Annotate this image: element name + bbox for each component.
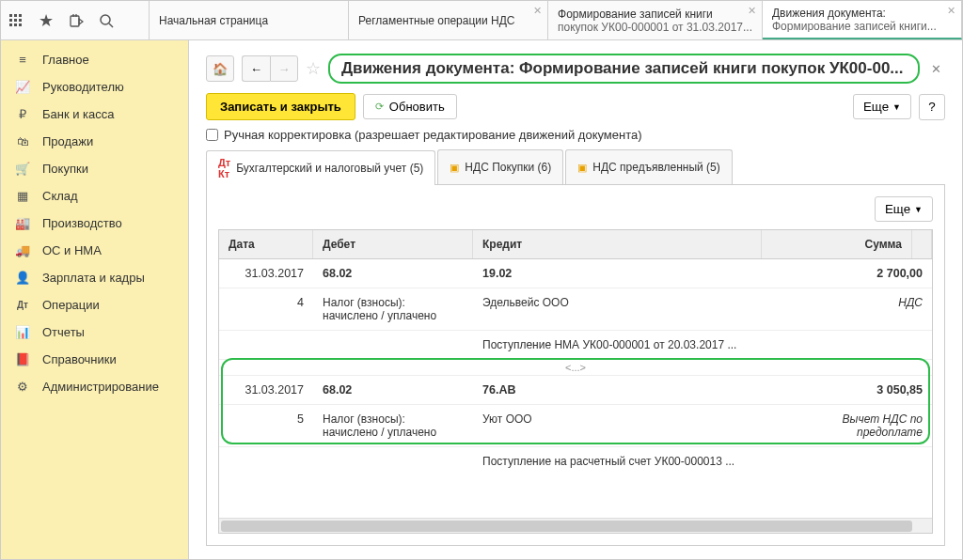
cell-debit: 68.02 bbox=[313, 376, 473, 404]
ruble-icon: ₽ bbox=[14, 107, 31, 121]
menu-icon: ≡ bbox=[14, 53, 31, 67]
sidebar-item-catalogs[interactable]: 📕Справочники bbox=[1, 346, 188, 373]
save-close-button[interactable]: Записать и закрыть bbox=[206, 93, 355, 120]
doc-tab-label: НДС Покупки (6) bbox=[465, 161, 551, 174]
svg-rect-0 bbox=[9, 14, 12, 17]
factory-icon: 🏭 bbox=[14, 216, 31, 230]
top-tab-3[interactable]: Движения документа: Формирование записей… bbox=[763, 1, 962, 39]
table-row[interactable]: Поступление НМА УК00-000001 от 20.03.201… bbox=[219, 331, 932, 360]
table-row[interactable]: 5 Налог (взносы): начислено / уплачено У… bbox=[219, 405, 932, 447]
tab-label-l2: Формирование записей книги... bbox=[772, 20, 952, 33]
tab-label-l2: покупок УК00-000001 от 31.03.2017... bbox=[558, 21, 752, 34]
more-label: Еще bbox=[863, 100, 889, 114]
sidebar-item-reports[interactable]: 📊Отчеты bbox=[1, 319, 188, 346]
table-row[interactable]: Поступление на расчетный счет УК00-00001… bbox=[219, 447, 932, 475]
cell-debit: 68.02 bbox=[313, 259, 473, 288]
history-icon[interactable] bbox=[69, 13, 84, 28]
table-row[interactable]: 4 Налог (взносы): начислено / уплачено Э… bbox=[219, 288, 932, 331]
top-tab-1[interactable]: Регламентные операции НДС ✕ bbox=[349, 1, 548, 39]
sidebar-item-label: Продажи bbox=[42, 134, 93, 148]
doc-tab-label: Бухгалтерский и налоговый учет (5) bbox=[236, 162, 423, 175]
sidebar-item-purchases[interactable]: 🛒Покупки bbox=[1, 155, 188, 182]
sidebar-item-warehouse[interactable]: ▦Склад bbox=[1, 182, 188, 210]
cell-credit-sub2: Поступление на расчетный счет УК00-00001… bbox=[473, 447, 781, 475]
doc-icon: ▣ bbox=[450, 162, 459, 174]
cell-credit-sub: Уют ООО bbox=[473, 405, 781, 446]
home-button[interactable]: 🏠 bbox=[206, 55, 234, 82]
cell-credit-sub2: Поступление НМА УК00-000001 от 20.03.201… bbox=[473, 331, 781, 359]
cell-debit-sub: Налог (взносы): начислено / уплачено bbox=[313, 405, 473, 446]
manual-edit-checkbox[interactable] bbox=[206, 129, 218, 141]
dtkt-icon: Дт bbox=[14, 300, 31, 310]
cell-date: 31.03.2017 bbox=[219, 259, 313, 288]
doc-tab-vat-presented[interactable]: ▣НДС предъявленный (5) bbox=[565, 149, 732, 184]
page-title: Движения документа: Формирование записей… bbox=[328, 54, 920, 84]
star-icon[interactable]: ★ bbox=[39, 10, 54, 31]
sidebar-item-bank[interactable]: ₽Банк и касса bbox=[1, 101, 188, 128]
close-button[interactable]: ✕ bbox=[927, 62, 945, 76]
col-date: Дата bbox=[219, 230, 313, 258]
back-button[interactable]: ← bbox=[242, 55, 270, 82]
doc-tab-accounting[interactable]: ДтКтБухгалтерский и налоговый учет (5) bbox=[206, 150, 435, 185]
bag-icon: 🛍 bbox=[14, 134, 31, 148]
tab-label: Регламентные операции НДС bbox=[358, 14, 538, 27]
cell-num: 4 bbox=[219, 288, 313, 330]
truck-icon: 🚚 bbox=[14, 243, 31, 257]
svg-rect-2 bbox=[19, 14, 22, 17]
close-icon[interactable]: ✕ bbox=[533, 5, 542, 17]
sidebar-item-label: Покупки bbox=[42, 162, 88, 176]
more-button[interactable]: Еще▼ bbox=[853, 94, 911, 119]
chevron-down-icon: ▼ bbox=[892, 102, 901, 112]
search-icon[interactable] bbox=[99, 13, 114, 28]
sidebar-item-production[interactable]: 🏭Производство bbox=[1, 210, 188, 237]
sidebar-item-sales[interactable]: 🛍Продажи bbox=[1, 128, 188, 155]
forward-button[interactable]: → bbox=[270, 55, 298, 82]
svg-rect-9 bbox=[71, 16, 79, 26]
top-tab-2[interactable]: Формирование записей книги покупок УК00-… bbox=[548, 1, 763, 39]
favorite-button[interactable]: ☆ bbox=[306, 58, 321, 79]
chart-icon: 📈 bbox=[14, 80, 31, 94]
sidebar-item-label: Зарплата и кадры bbox=[42, 271, 145, 285]
cell-credit: 76.АВ bbox=[473, 376, 781, 404]
manual-edit-label: Ручная корректировка (разрешает редактир… bbox=[224, 128, 642, 142]
doc-tab-label: НДС предъявленный (5) bbox=[592, 161, 719, 174]
sidebar-item-admin[interactable]: ⚙Администрирование bbox=[1, 373, 188, 400]
sidebar-item-label: Операции bbox=[42, 298, 100, 312]
cell-sum: 2 700,00 bbox=[781, 259, 932, 288]
cell-num: 5 bbox=[219, 405, 313, 446]
close-icon[interactable]: ✕ bbox=[947, 5, 955, 17]
tab-label: Начальная страница bbox=[159, 14, 339, 27]
help-button[interactable]: ? bbox=[919, 94, 945, 120]
sidebar-item-label: Руководителю bbox=[42, 80, 124, 94]
grid-icon: ▦ bbox=[14, 189, 31, 203]
tab-label-l1: Движения документа: bbox=[772, 7, 952, 20]
svg-rect-7 bbox=[14, 23, 17, 26]
dtkt-icon: ДтКт bbox=[218, 157, 230, 179]
refresh-button[interactable]: ⟳Обновить bbox=[363, 94, 457, 119]
top-tab-home[interactable]: Начальная страница bbox=[150, 1, 349, 39]
sidebar-item-main[interactable]: ≡Главное bbox=[1, 46, 188, 73]
cell-credit-sub: Эдельвейс ООО bbox=[473, 288, 781, 330]
svg-rect-8 bbox=[19, 23, 22, 26]
sidebar: ≡Главное 📈Руководителю ₽Банк и касса 🛍Пр… bbox=[1, 40, 189, 559]
cell-sum-sub: Вычет НДС по предоплате bbox=[781, 405, 932, 446]
horizontal-scrollbar[interactable] bbox=[219, 518, 932, 533]
tab-label-l1: Формирование записей книги bbox=[558, 8, 752, 21]
sidebar-item-label: Справочники bbox=[42, 352, 117, 366]
sidebar-item-label: Склад bbox=[42, 189, 78, 203]
doc-tab-vat-purchases[interactable]: ▣НДС Покупки (6) bbox=[437, 149, 563, 184]
row-separator: <...> bbox=[219, 360, 932, 376]
sidebar-item-assets[interactable]: 🚚ОС и НМА bbox=[1, 237, 188, 264]
sidebar-item-manager[interactable]: 📈Руководителю bbox=[1, 73, 188, 101]
table-more-button[interactable]: Еще▼ bbox=[875, 196, 933, 222]
sidebar-item-operations[interactable]: ДтОперации bbox=[1, 291, 188, 319]
close-icon[interactable]: ✕ bbox=[748, 5, 756, 17]
sidebar-item-salary[interactable]: 👤Зарплата и кадры bbox=[1, 264, 188, 291]
table-row[interactable]: 31.03.2017 68.02 19.02 2 700,00 bbox=[219, 259, 932, 288]
col-sum: Сумма bbox=[762, 230, 912, 258]
table-row[interactable]: 31.03.2017 68.02 76.АВ 3 050,85 bbox=[219, 376, 932, 405]
cart-icon: 🛒 bbox=[14, 162, 31, 176]
person-icon: 👤 bbox=[14, 271, 31, 285]
book-icon: 📕 bbox=[14, 352, 31, 366]
apps-icon[interactable] bbox=[8, 13, 24, 28]
